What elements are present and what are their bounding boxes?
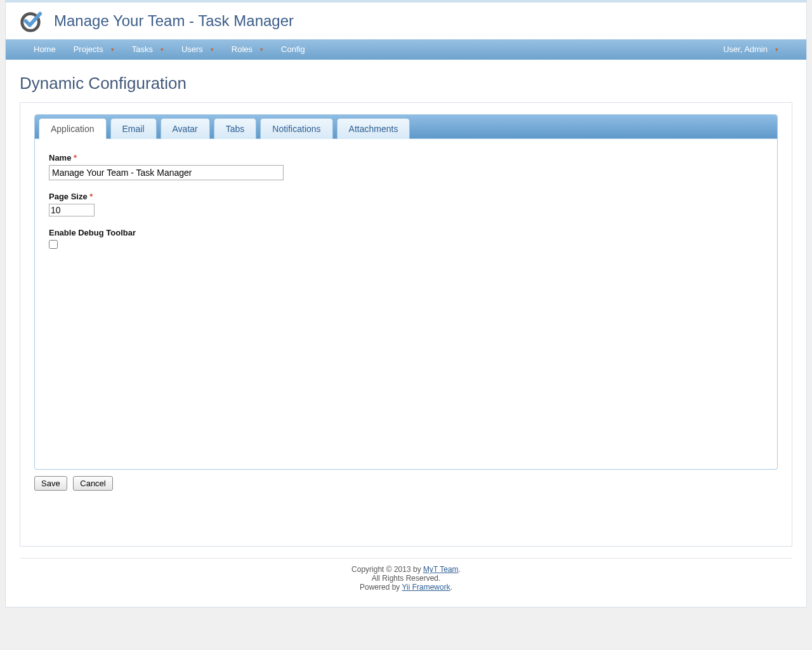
page-title: Dynamic Configuration xyxy=(6,71,806,102)
footer-team-link[interactable]: MyT Team xyxy=(423,565,459,574)
nav-tasks[interactable]: Tasks xyxy=(123,39,173,60)
tab-avatar[interactable]: Avatar xyxy=(160,118,210,139)
header-bar: Manage Your Team - Task Manager xyxy=(6,3,806,39)
debug-label: Enable Debug Toolbar xyxy=(49,228,763,237)
tab-email[interactable]: Email xyxy=(110,118,157,139)
footer-rights: All Rights Reserved. xyxy=(20,574,792,583)
nav-user-menu[interactable]: User, Admin xyxy=(714,39,787,60)
required-asterisk: * xyxy=(89,192,93,201)
nav-config[interactable]: Config xyxy=(272,39,314,60)
nav-home[interactable]: Home xyxy=(25,39,65,60)
app-logo-icon xyxy=(18,9,43,33)
footer-framework-link[interactable]: Yii Framework xyxy=(402,583,450,592)
content-box: Application Email Avatar Tabs Notificati… xyxy=(20,102,792,547)
footer-dot1: . xyxy=(459,565,461,574)
footer-copyright: Copyright © 2013 by xyxy=(351,565,423,574)
tab-attachments[interactable]: Attachments xyxy=(337,118,410,139)
save-button[interactable]: Save xyxy=(34,476,67,491)
tab-tabs[interactable]: Tabs xyxy=(214,118,257,139)
name-label-text: Name xyxy=(49,153,71,162)
footer: Copyright © 2013 by MyT Team. All Rights… xyxy=(20,558,792,600)
tab-application[interactable]: Application xyxy=(39,118,107,139)
pagesize-input[interactable] xyxy=(49,204,95,216)
footer-dot2: . xyxy=(450,583,452,592)
tabs-container: Application Email Avatar Tabs Notificati… xyxy=(34,114,778,470)
pagesize-label: Page Size * xyxy=(49,192,763,201)
required-asterisk: * xyxy=(74,153,77,162)
app-title: Manage Your Team - Task Manager xyxy=(54,12,294,30)
nav-projects[interactable]: Projects xyxy=(65,39,123,60)
cancel-button[interactable]: Cancel xyxy=(73,476,112,491)
pagesize-label-text: Page Size xyxy=(49,192,88,201)
name-input[interactable] xyxy=(49,165,284,180)
footer-poweredby: Powered by xyxy=(360,583,402,592)
tab-strip: Application Email Avatar Tabs Notificati… xyxy=(35,115,777,139)
debug-checkbox[interactable] xyxy=(49,240,58,249)
tab-notifications[interactable]: Notifications xyxy=(260,118,332,139)
tab-content: Name * Page Size * Enable Debug Too xyxy=(35,139,777,469)
name-label: Name * xyxy=(49,153,763,162)
nav-users[interactable]: Users xyxy=(173,39,223,60)
nav-roles[interactable]: Roles xyxy=(223,39,272,60)
main-nav: Home Projects Tasks Users Roles Config U… xyxy=(6,39,806,60)
